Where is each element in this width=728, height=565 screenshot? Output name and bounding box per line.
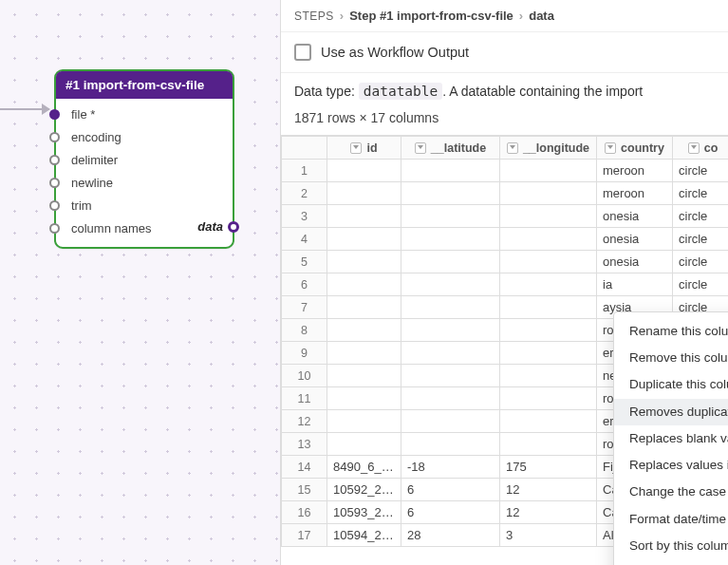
cell[interactable]: 6 (401, 479, 500, 501)
node-input-delimiter[interactable]: delimiter (56, 148, 233, 171)
cell[interactable] (500, 228, 597, 251)
cell[interactable]: 8490_6_4... (327, 456, 401, 479)
workflow-canvas[interactable]: #1 import-from-csv-file file * encoding … (0, 0, 280, 565)
workflow-output-checkbox[interactable] (294, 44, 311, 61)
cell[interactable]: 10593_2_3... (327, 501, 401, 524)
row-number[interactable]: 4 (282, 228, 327, 251)
cell[interactable] (327, 410, 401, 433)
column-context-menu[interactable]: Rename this columnRemove this columnDupl… (613, 311, 728, 565)
cell[interactable] (500, 273, 597, 296)
cell[interactable]: 3 (500, 524, 597, 547)
node-input-trim[interactable]: trim (56, 194, 233, 217)
filter-icon[interactable] (688, 142, 700, 154)
cell[interactable] (401, 296, 500, 319)
cell[interactable] (401, 182, 500, 205)
cell[interactable] (327, 182, 401, 205)
cell[interactable] (500, 387, 597, 410)
col-header-co[interactable]: co (673, 137, 729, 160)
context-menu-item[interactable]: Remove this column (614, 345, 728, 371)
context-menu-item[interactable]: Format date/time values in this column (614, 506, 728, 533)
cell[interactable] (401, 319, 500, 342)
cell[interactable] (327, 205, 401, 228)
context-menu-item[interactable]: Removes duplicate values in this column (614, 399, 728, 425)
cell[interactable] (500, 160, 597, 182)
context-menu-item[interactable]: Change the case of text values in this c… (614, 479, 728, 505)
context-menu-item[interactable]: Sort by this column (614, 533, 728, 559)
context-menu-item[interactable]: Rename this column (614, 318, 728, 345)
cell[interactable] (500, 205, 597, 228)
cell[interactable]: ia (597, 273, 673, 296)
cell[interactable]: -18 (401, 456, 500, 479)
workflow-node[interactable]: #1 import-from-csv-file file * encoding … (54, 69, 234, 249)
cell[interactable] (327, 296, 401, 319)
filter-icon[interactable] (415, 142, 426, 154)
cell[interactable] (327, 228, 401, 251)
cell[interactable] (500, 365, 597, 387)
table-row[interactable]: 1merooncircle (282, 160, 729, 182)
node-input-file[interactable]: file * (56, 103, 233, 125)
cell[interactable] (401, 205, 500, 228)
port-in-icon[interactable] (49, 178, 60, 188)
row-number[interactable]: 7 (282, 296, 327, 319)
cell[interactable]: 10592_2_5... (327, 479, 401, 501)
cell[interactable] (401, 365, 500, 387)
table-row[interactable]: 5onesiacircle (282, 251, 729, 273)
cell[interactable] (327, 251, 401, 273)
cell[interactable] (500, 182, 597, 205)
cell[interactable]: meroon (597, 160, 673, 182)
port-in-icon[interactable] (49, 223, 60, 234)
row-number[interactable]: 6 (282, 273, 327, 296)
cell[interactable] (327, 160, 401, 182)
row-number[interactable]: 14 (282, 456, 327, 479)
port-in-icon[interactable] (49, 200, 60, 211)
node-title[interactable]: #1 import-from-csv-file (56, 71, 233, 99)
cell[interactable] (401, 433, 500, 456)
cell[interactable] (500, 433, 597, 456)
filter-icon[interactable] (507, 142, 518, 154)
cell[interactable]: circle (673, 251, 729, 273)
row-number[interactable]: 17 (282, 524, 327, 547)
row-number[interactable]: 9 (282, 342, 327, 365)
port-out-icon[interactable] (228, 221, 239, 233)
cell[interactable] (401, 387, 500, 410)
cell[interactable] (401, 160, 500, 182)
cell[interactable] (500, 410, 597, 433)
cell[interactable]: circle (673, 273, 729, 296)
row-number[interactable]: 15 (282, 479, 327, 501)
cell[interactable] (327, 433, 401, 456)
context-menu-item[interactable]: Replaces blank values in this column (614, 425, 728, 452)
col-header-country[interactable]: country (597, 137, 673, 160)
cell[interactable]: onesia (597, 251, 673, 273)
filter-icon[interactable] (350, 142, 362, 154)
cell[interactable] (327, 319, 401, 342)
node-output[interactable]: data (197, 219, 239, 234)
row-number[interactable]: 12 (282, 410, 327, 433)
row-number[interactable]: 16 (282, 501, 327, 524)
cell[interactable] (401, 228, 500, 251)
cell[interactable] (401, 251, 500, 273)
cell[interactable] (327, 365, 401, 387)
context-menu-item[interactable]: Duplicate this column (614, 371, 728, 398)
row-number[interactable]: 1 (282, 160, 327, 182)
port-in-icon[interactable] (49, 132, 60, 142)
cell[interactable]: meroon (597, 182, 673, 205)
cell[interactable] (401, 273, 500, 296)
cell[interactable] (500, 296, 597, 319)
cell[interactable]: 12 (500, 501, 597, 524)
row-number[interactable]: 8 (282, 319, 327, 342)
cell[interactable]: circle (673, 160, 729, 182)
col-header-latitude[interactable]: __latitude (401, 137, 500, 160)
row-number[interactable]: 3 (282, 205, 327, 228)
port-in-icon[interactable] (49, 155, 60, 165)
cell[interactable]: circle (673, 205, 729, 228)
row-number[interactable]: 10 (282, 365, 327, 387)
col-header-longitude[interactable]: __longitude (500, 137, 597, 160)
node-input-newline[interactable]: newline (56, 171, 233, 194)
row-number[interactable]: 2 (282, 182, 327, 205)
row-number[interactable]: 11 (282, 387, 327, 410)
table-row[interactable]: 2merooncircle (282, 182, 729, 205)
breadcrumb-step[interactable]: Step #1 import-from-csv-file (349, 9, 513, 23)
cell[interactable] (327, 342, 401, 365)
breadcrumb-root[interactable]: STEPS (294, 9, 334, 23)
cell[interactable] (401, 410, 500, 433)
